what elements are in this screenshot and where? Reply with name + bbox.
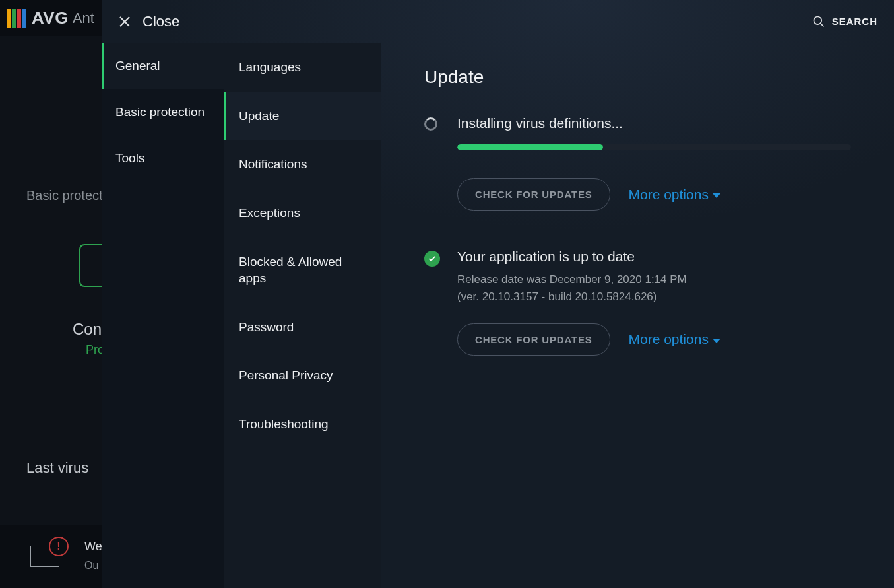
nav-item-label: Troubleshooting	[239, 417, 329, 431]
svg-line-1	[821, 23, 824, 26]
application-status-row: Your application is up to date Release d…	[424, 249, 851, 306]
definitions-check-updates-button[interactable]: CHECK FOR UPDATES	[457, 178, 610, 211]
nav-secondary-update[interactable]: Update	[224, 92, 381, 141]
bg-section-label: Basic protect	[26, 188, 103, 203]
application-check-updates-button[interactable]: CHECK FOR UPDATES	[457, 323, 610, 356]
close-button[interactable]: Close	[119, 13, 179, 30]
definitions-status-body: Installing virus definitions...	[457, 115, 851, 131]
svg-point-0	[814, 16, 821, 24]
application-more-options[interactable]: More options	[629, 331, 720, 347]
nav-secondary-troubleshooting[interactable]: Troubleshooting	[224, 400, 381, 449]
application-status-text: Your application is up to date	[457, 249, 851, 265]
bg-tile-title: Con	[73, 320, 102, 339]
nav-secondary-exceptions[interactable]: Exceptions	[224, 189, 381, 238]
nav-item-label: Tools	[115, 151, 144, 165]
nav-item-label: Update	[239, 109, 279, 123]
application-status-sub: Release date was December 9, 2020 1:14 P…	[457, 271, 851, 306]
nav-item-label: Exceptions	[239, 206, 300, 220]
spinner-icon	[424, 117, 439, 132]
application-status-body: Your application is up to date Release d…	[457, 249, 851, 306]
bg-app-title: Ant	[73, 10, 94, 27]
close-label: Close	[143, 13, 179, 30]
bg-dim-strip	[0, 36, 102, 588]
nav-item-label: Personal Privacy	[239, 368, 333, 382]
nav-item-label: Blocked & Allowed apps	[239, 255, 342, 286]
nav-primary-tools[interactable]: Tools	[102, 135, 224, 181]
settings-modal: Close SEARCH General Basic protection To…	[102, 0, 894, 588]
nav-secondary-languages[interactable]: Languages	[224, 43, 381, 92]
bg-alert-sub: Ou	[84, 560, 98, 572]
nav-item-label: Basic protection	[115, 105, 205, 119]
more-options-label: More options	[629, 331, 709, 347]
search-label: SEARCH	[832, 16, 878, 27]
definitions-status-text: Installing virus definitions...	[457, 115, 851, 131]
nav-secondary-notifications[interactable]: Notifications	[224, 140, 381, 189]
alert-icon	[30, 546, 59, 567]
caret-down-icon	[713, 193, 720, 198]
definitions-progress-fill	[457, 144, 603, 150]
page-title: Update	[424, 67, 851, 88]
nav-primary-general[interactable]: General	[102, 43, 224, 89]
nav-secondary-password[interactable]: Password	[224, 303, 381, 352]
bg-tile-border	[79, 244, 106, 287]
avg-logo-text: AVG	[32, 8, 69, 28]
nav-primary: General Basic protection Tools	[102, 43, 224, 588]
nav-primary-basic-protection[interactable]: Basic protection	[102, 89, 224, 135]
bg-alert-banner	[0, 525, 102, 588]
definitions-progress-bar	[457, 144, 851, 150]
definitions-action-row: CHECK FOR UPDATES More options	[457, 178, 851, 211]
bg-alert-title: We	[84, 540, 102, 554]
nav-item-label: Notifications	[239, 157, 307, 171]
bg-tile-status: Pro	[86, 343, 104, 357]
definitions-more-options[interactable]: More options	[629, 187, 720, 203]
caret-down-icon	[713, 339, 720, 343]
application-action-row: CHECK FOR UPDATES More options	[457, 323, 851, 356]
nav-secondary: Languages Update Notifications Exception…	[224, 43, 381, 588]
nav-secondary-blocked-allowed-apps[interactable]: Blocked & Allowed apps	[224, 238, 381, 303]
application-release-date: Release date was December 9, 2020 1:14 P…	[457, 271, 851, 288]
check-icon	[424, 251, 439, 265]
search-icon	[812, 15, 825, 28]
nav-item-label: Languages	[239, 60, 301, 74]
modal-body: General Basic protection Tools Languages…	[102, 43, 894, 588]
nav-secondary-personal-privacy[interactable]: Personal Privacy	[224, 351, 381, 400]
search-button[interactable]: SEARCH	[812, 15, 878, 28]
more-options-label: More options	[629, 187, 709, 203]
nav-item-label: General	[115, 59, 160, 73]
avg-logo-icon	[7, 9, 26, 28]
content-pane: Update Installing virus definitions... C…	[381, 43, 894, 588]
close-icon	[119, 16, 131, 28]
modal-header: Close SEARCH	[102, 0, 894, 43]
application-version: (ver. 20.10.3157 - build 20.10.5824.626)	[457, 288, 851, 306]
nav-item-label: Password	[239, 320, 294, 334]
bg-last-scan: Last virus	[26, 459, 88, 476]
definitions-status-row: Installing virus definitions...	[424, 115, 851, 132]
